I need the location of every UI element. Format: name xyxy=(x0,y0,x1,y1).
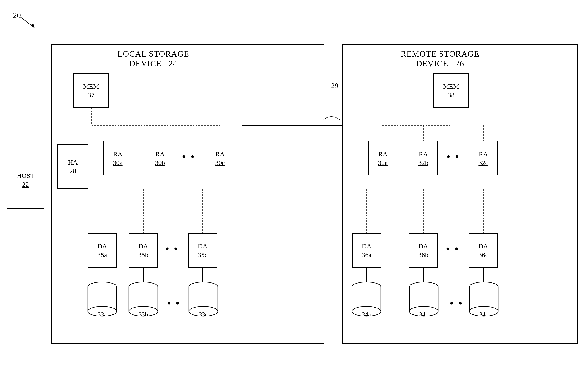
svg-text:33c: 33c xyxy=(199,311,208,318)
disk-34c: 34c xyxy=(467,282,501,319)
da-36b-box: DA 36b xyxy=(409,233,438,268)
ra-30c-box: RA 30c xyxy=(206,141,234,175)
disk-33b: 33b xyxy=(126,282,161,319)
mem-remote-box: MEM 38 xyxy=(433,73,469,108)
ra-32c-box: RA 32c xyxy=(469,141,498,175)
svg-text:33a: 33a xyxy=(98,311,107,318)
remote-storage-title: REMOTE STORAGE DEVICE 26 xyxy=(391,49,489,68)
ha-box: HA 28 xyxy=(57,144,88,189)
diagram: 20 LOCAL STORAGE DEVICE 24 REMOTE STORAG… xyxy=(0,0,588,381)
ra-30a-box: RA 30a xyxy=(103,141,132,175)
disk-34a: 34a xyxy=(349,282,384,319)
disk-33c: 33c xyxy=(186,282,221,319)
link-label-29: 29 xyxy=(331,82,338,90)
disk-34b: 34b xyxy=(407,282,441,319)
ra-32a-box: RA 32a xyxy=(368,141,397,175)
dots-disk-remote: • • xyxy=(450,298,463,309)
disk-33a: 33a xyxy=(85,282,120,319)
local-storage-title: LOCAL STORAGE DEVICE 24 xyxy=(109,49,198,68)
dots-da-remote: • • xyxy=(446,243,460,254)
figure-number: 20 xyxy=(13,11,21,20)
host-box: HOST 22 xyxy=(7,151,44,209)
svg-text:33b: 33b xyxy=(139,311,148,318)
dots-ra-local: • • xyxy=(182,151,196,162)
da-35b-box: DA 35b xyxy=(129,233,158,268)
ra-32b-box: RA 32b xyxy=(409,141,438,175)
svg-text:34c: 34c xyxy=(479,311,488,318)
dots-disk-local: • • xyxy=(167,298,181,309)
svg-line-0 xyxy=(20,17,34,28)
da-36a-box: DA 36a xyxy=(352,233,381,268)
svg-text:34b: 34b xyxy=(419,311,428,318)
da-35c-box: DA 35c xyxy=(188,233,217,268)
da-35a-box: DA 35a xyxy=(88,233,117,268)
dots-ra-remote: • • xyxy=(447,151,460,162)
mem-local-box: MEM 37 xyxy=(73,73,109,108)
svg-text:34a: 34a xyxy=(362,311,371,318)
svg-marker-1 xyxy=(31,24,34,28)
da-36c-box: DA 36c xyxy=(469,233,498,268)
dots-da-local: • • xyxy=(166,243,179,254)
ra-30b-box: RA 30b xyxy=(146,141,174,175)
